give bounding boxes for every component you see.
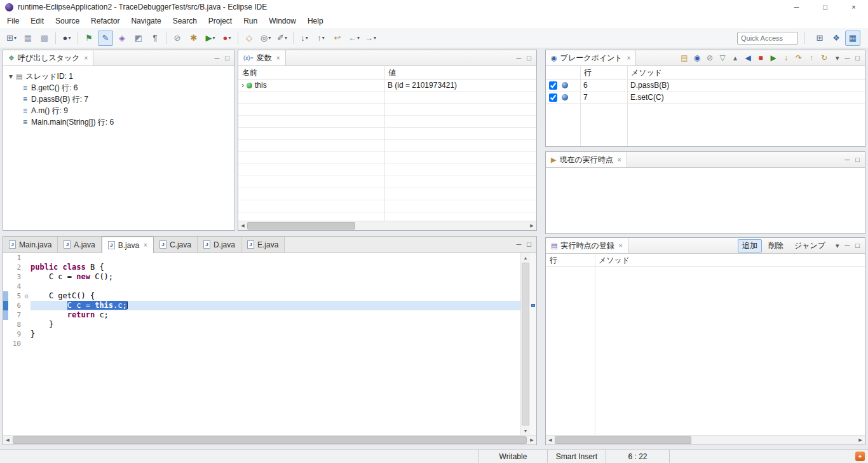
execution-registry-view-tab[interactable]: ▤ 実行時点の登録 × xyxy=(546,238,628,253)
editor-tab-main-java[interactable]: JMain.java xyxy=(3,237,58,252)
java-perspective-button[interactable]: ❖ xyxy=(829,31,844,46)
column-header-method[interactable]: メソッド xyxy=(595,255,865,266)
step-into-button[interactable]: ↓ xyxy=(780,52,792,64)
notification-icon[interactable]: ✦ xyxy=(855,452,865,461)
annotation-pencil-button[interactable]: ✐▾ xyxy=(275,31,290,46)
editor-tab-c-java[interactable]: JC.java xyxy=(154,237,198,252)
column-header-line[interactable]: 行 xyxy=(580,67,627,78)
overview-selection-marker[interactable] xyxy=(531,304,535,307)
close-view-icon[interactable]: × xyxy=(619,242,623,249)
launch-flag-button[interactable]: ⚑ xyxy=(81,31,97,46)
new-launch-config-button[interactable]: ✱ xyxy=(186,31,201,46)
menu-item-run[interactable]: Run xyxy=(238,14,263,28)
compare-trace-button[interactable]: ◩ xyxy=(131,31,146,46)
maximize-view-button[interactable]: □ xyxy=(855,156,860,163)
scroll-up-icon[interactable]: ▲ xyxy=(521,253,530,262)
variables-view-tab[interactable]: (x)= 変数 × xyxy=(238,50,286,66)
save-button[interactable]: ▦ xyxy=(20,31,36,46)
menu-item-project[interactable]: Project xyxy=(203,14,238,28)
save-all-button[interactable]: ▩ xyxy=(37,31,52,46)
scrollbar-thumb[interactable] xyxy=(247,222,355,230)
column-divider[interactable] xyxy=(627,66,628,146)
column-header-line[interactable]: 行 xyxy=(546,255,595,266)
close-view-icon[interactable]: × xyxy=(276,55,280,62)
menu-item-window[interactable]: Window xyxy=(263,14,302,28)
stack-frame-item[interactable]: ≡A.m() 行: 9 xyxy=(3,105,234,116)
close-view-icon[interactable]: × xyxy=(85,55,88,62)
column-header-method[interactable]: メソッド xyxy=(627,67,865,78)
registry-jump-button[interactable]: ジャンプ xyxy=(790,239,830,252)
tree-expanded-arrow-icon[interactable]: ▾ xyxy=(9,72,13,81)
step-return-button[interactable]: ↑ xyxy=(806,52,817,64)
scroll-left-icon[interactable]: ◀ xyxy=(3,436,12,445)
close-view-icon[interactable]: × xyxy=(618,156,621,163)
editor-tab-d-java[interactable]: JD.java xyxy=(198,237,241,252)
column-header-value[interactable]: 値 xyxy=(384,67,536,78)
stack-frame-item[interactable]: ≡B.getC() 行: 6 xyxy=(3,82,234,93)
scroll-left-icon[interactable]: ◀ xyxy=(238,221,247,230)
scroll-right-icon[interactable]: ▶ xyxy=(527,436,536,445)
sort-breakpoints-button[interactable]: ▽ xyxy=(717,52,728,64)
stack-frame-item[interactable]: ≡D.passB(B) 行: 7 xyxy=(3,93,234,105)
minimize-view-button[interactable]: ─ xyxy=(517,241,522,248)
column-header-name[interactable]: 名前 xyxy=(238,67,384,78)
view-menu-icon[interactable]: ▾ xyxy=(836,242,839,249)
current-execution-view-tab[interactable]: ▶ 現在の実行時点 × xyxy=(546,152,627,167)
minimize-view-button[interactable]: ─ xyxy=(215,55,220,62)
minimize-view-button[interactable]: ─ xyxy=(845,242,850,249)
maximize-view-button[interactable]: □ xyxy=(855,242,860,249)
registry-delete-button[interactable]: 削除 xyxy=(764,239,788,252)
open-perspective-button[interactable]: ⊞ xyxy=(812,31,827,46)
scroll-right-icon[interactable]: ▶ xyxy=(527,221,536,230)
resume-button[interactable]: ▶ xyxy=(768,52,779,64)
menu-item-edit[interactable]: Edit xyxy=(25,14,50,28)
step-over-button[interactable]: ↷ xyxy=(793,52,804,64)
minimize-view-button[interactable]: ─ xyxy=(845,55,850,62)
fold-marker[interactable]: ⊖ xyxy=(22,291,31,301)
editor-tab-e-java[interactable]: JE.java xyxy=(241,237,285,252)
run-button[interactable]: ▶▾ xyxy=(203,31,218,46)
open-trace-button[interactable]: ◈ xyxy=(114,31,130,46)
user-account-button[interactable]: ●▾ xyxy=(59,31,74,46)
breakpoint-checkbox[interactable] xyxy=(549,93,557,102)
menu-item-refactor[interactable]: Refactor xyxy=(85,14,125,28)
scrollbar-thumb[interactable] xyxy=(555,436,691,444)
breakpoint-row[interactable]: 6D.passB(B) xyxy=(546,79,865,92)
maximize-window-button[interactable]: □ xyxy=(811,0,839,14)
maximize-view-button[interactable]: □ xyxy=(225,55,229,62)
view-menu-icon[interactable]: ▾ xyxy=(836,55,839,62)
maximize-view-button[interactable]: □ xyxy=(527,55,531,62)
maximize-view-button[interactable]: □ xyxy=(855,55,860,62)
minimize-view-button[interactable]: ─ xyxy=(517,55,522,62)
breakpoint-checkbox[interactable] xyxy=(549,81,557,90)
call-stack-view-tab[interactable]: ❖ 呼び出しスタック × xyxy=(3,50,93,66)
registry-add-button[interactable]: 追加 xyxy=(738,239,762,252)
last-edit-location-button[interactable]: ↩ xyxy=(330,31,345,46)
menu-item-help[interactable]: Help xyxy=(302,14,329,28)
scroll-left-icon[interactable]: ◀ xyxy=(546,436,555,445)
menu-item-source[interactable]: Source xyxy=(50,14,85,28)
close-view-icon[interactable]: × xyxy=(627,55,631,62)
variable-row[interactable]: ›thisB (id = 2101973421) xyxy=(238,79,536,92)
search-button[interactable]: ◎▾ xyxy=(258,31,273,46)
scrollbar-thumb[interactable] xyxy=(522,263,529,425)
record-button[interactable]: ●▾ xyxy=(219,31,234,46)
column-divider[interactable] xyxy=(595,254,595,435)
open-type-button[interactable]: ◇ xyxy=(241,31,257,46)
editor-vertical-scrollbar[interactable]: ▲ ▼ xyxy=(520,253,530,435)
remove-breakpoint-button[interactable]: ⊘ xyxy=(704,52,715,64)
column-divider[interactable] xyxy=(384,66,385,221)
expand-arrow-icon[interactable]: › xyxy=(241,81,244,90)
back-button[interactable]: ←▾ xyxy=(346,31,362,46)
variables-horizontal-scrollbar[interactable]: ◀ ▶ xyxy=(238,221,536,230)
forward-button[interactable]: →▾ xyxy=(363,31,378,46)
column-divider[interactable] xyxy=(580,66,581,146)
terminate-button[interactable]: ■ xyxy=(755,52,766,64)
menu-item-navigate[interactable]: Navigate xyxy=(125,14,166,28)
minimize-window-button[interactable]: ─ xyxy=(782,0,811,14)
maximize-view-button[interactable]: □ xyxy=(527,241,531,248)
menu-item-search[interactable]: Search xyxy=(167,14,203,28)
add-breakpoint-button[interactable]: ◉ xyxy=(691,52,703,64)
collapse-all-button[interactable]: ▴ xyxy=(729,52,741,64)
close-window-button[interactable]: × xyxy=(839,0,868,14)
